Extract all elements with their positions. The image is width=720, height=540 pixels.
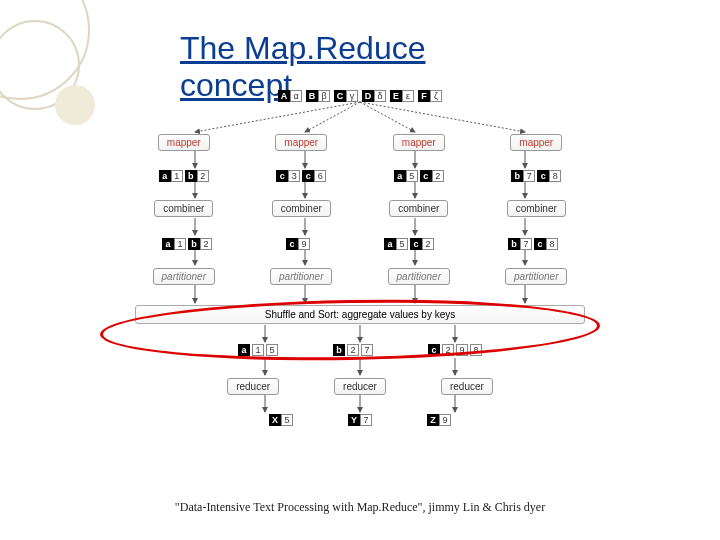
partitioner-node: partitioner [388, 268, 450, 285]
kv-group: a1b2 [159, 170, 209, 182]
kv-pair: Z9 [427, 414, 451, 426]
kv-pair: c8 [534, 238, 558, 250]
reducer-node: reducer [227, 378, 279, 395]
kv-pair: c2 [410, 238, 434, 250]
kv-group: c3c6 [276, 170, 326, 182]
kv-pair: Y7 [348, 414, 372, 426]
input-row: AαBβCγDδEεFζ [125, 90, 595, 102]
kv-pair: a1 [159, 170, 183, 182]
kv-group: b7c8 [508, 238, 558, 250]
mapper-node: mapper [393, 134, 445, 151]
kv-pair: c3 [276, 170, 300, 182]
kv-pair: b2 [188, 238, 212, 250]
partitioner-node: partitioner [270, 268, 332, 285]
kv-pair: Cγ [334, 90, 358, 102]
combiner-node: combiner [272, 200, 331, 217]
partitioner-node: partitioner [505, 268, 567, 285]
svg-line-1 [305, 102, 360, 132]
combiner-node: combiner [389, 200, 448, 217]
mapper-node: mapper [510, 134, 562, 151]
mapper-row: mappermappermappermapper [125, 134, 595, 151]
mapper-node: mapper [158, 134, 210, 151]
kv-group: a5c2 [394, 170, 444, 182]
combiner-node: combiner [154, 200, 213, 217]
combiner-row: combinercombinercombinercombiner [125, 200, 595, 217]
kv-pair: Bβ [306, 90, 330, 102]
partitioner-row: partitionerpartitionerpartitionerpartiti… [125, 268, 595, 285]
reducer-node: reducer [441, 378, 493, 395]
reducer-row: reducerreducerreducer [125, 378, 595, 395]
kv-pair: Z9 [427, 414, 451, 426]
kv-pair: a5 [394, 170, 418, 182]
combiner-output-row: a1b2c9a5c2b7c8 [125, 238, 595, 250]
kv-pair: a1 [162, 238, 186, 250]
reducer-node: reducer [334, 378, 386, 395]
kv-pair: X5 [269, 414, 293, 426]
reducer-output-row: X5Y7Z9 [125, 414, 595, 426]
kv-pair: X5 [269, 414, 293, 426]
partitioner-node: partitioner [153, 268, 215, 285]
slide: The Map.Reduce concept [0, 0, 720, 540]
svg-line-3 [360, 102, 525, 132]
mapreduce-diagram: AαBβCγDδEεFζ mappermappermappermapper a1… [125, 90, 595, 470]
kv-pair: c2 [420, 170, 444, 182]
kv-pair: c9 [286, 238, 310, 250]
kv-group: a5c2 [384, 238, 434, 250]
decorative-circle [55, 85, 95, 125]
citation-text: "Data-Intensive Text Processing with Map… [175, 500, 545, 515]
kv-pair: Aα [278, 90, 302, 102]
kv-pair: Y7 [348, 414, 372, 426]
kv-group: b7c8 [511, 170, 561, 182]
kv-pair: Fζ [418, 90, 442, 102]
mapper-node: mapper [275, 134, 327, 151]
kv-pair: c8 [537, 170, 561, 182]
svg-line-0 [195, 102, 360, 132]
kv-pair: b2 [185, 170, 209, 182]
kv-pair: b7 [511, 170, 535, 182]
svg-line-2 [360, 102, 415, 132]
kv-group: a1b2 [162, 238, 212, 250]
combiner-node: combiner [507, 200, 566, 217]
kv-pair: b7 [508, 238, 532, 250]
kv-group: c9 [286, 238, 310, 250]
kv-pair: Eε [390, 90, 414, 102]
kv-pair: a5 [384, 238, 408, 250]
mapper-output-row: a1b2c3c6a5c2b7c8 [125, 170, 595, 182]
kv-pair: c6 [302, 170, 326, 182]
kv-pair: Dδ [362, 90, 386, 102]
